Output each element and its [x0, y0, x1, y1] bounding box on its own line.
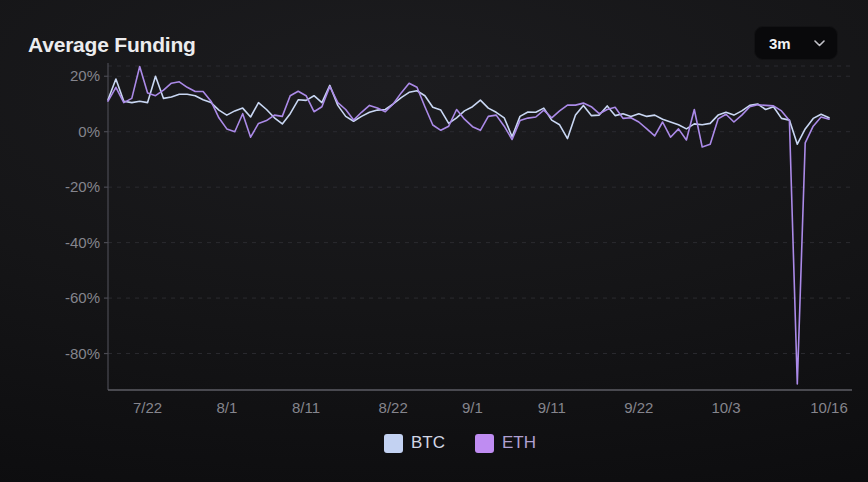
- btc-swatch-icon: [384, 434, 403, 453]
- y-axis-tick-label: -60%: [56, 289, 100, 307]
- y-axis-tick-label: -80%: [56, 345, 100, 363]
- x-axis-tick-label: 8/11: [276, 399, 336, 417]
- legend-item-btc[interactable]: BTC: [384, 433, 445, 453]
- y-axis-tick-label: 20%: [56, 67, 100, 85]
- x-axis-tick-label: 9/22: [609, 399, 669, 417]
- y-axis-tick-label: 0%: [56, 123, 100, 141]
- x-axis-tick-label: 10/3: [696, 399, 756, 417]
- x-axis-tick-label: 8/22: [363, 399, 423, 417]
- x-axis-tick-label: 9/1: [442, 399, 502, 417]
- legend-label: ETH: [502, 433, 536, 453]
- legend-item-eth[interactable]: ETH: [475, 433, 536, 453]
- y-axis-tick-label: -20%: [56, 178, 100, 196]
- eth-swatch-icon: [475, 434, 494, 453]
- y-axis-tick-label: -40%: [56, 234, 100, 252]
- chart-legend: BTCETH: [384, 433, 536, 453]
- x-axis-tick-label: 7/22: [118, 399, 178, 417]
- x-axis-tick-label: 9/11: [522, 399, 582, 417]
- x-axis-tick-label: 8/1: [197, 399, 257, 417]
- x-axis-tick-label: 10/16: [799, 399, 859, 417]
- legend-label: BTC: [411, 433, 445, 453]
